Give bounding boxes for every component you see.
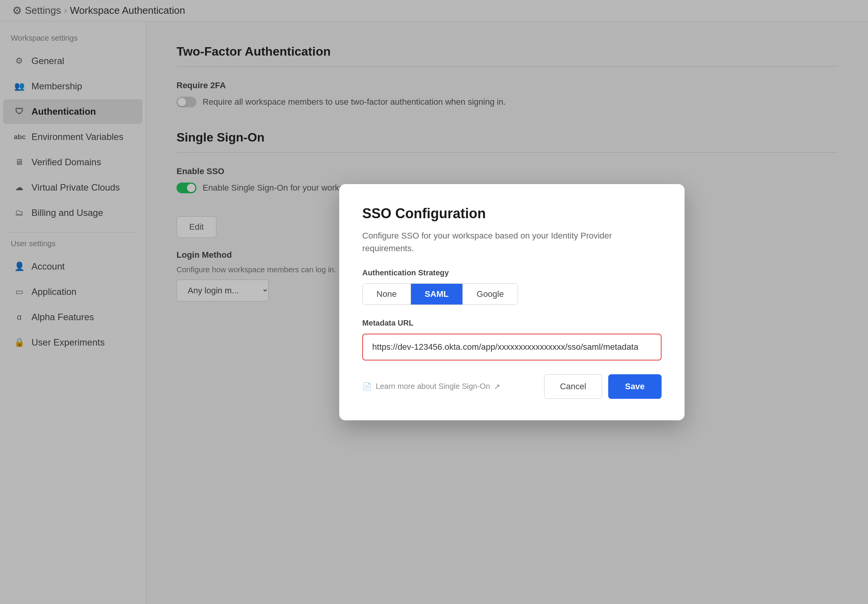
modal-description: Configure SSO for your workspace based o… (362, 229, 662, 255)
cancel-button[interactable]: Cancel (544, 374, 602, 399)
learn-more-link[interactable]: 📄 Learn more about Single Sign-On ↗ (362, 382, 500, 391)
auth-strategy-buttons: None SAML Google (362, 283, 518, 305)
strategy-saml-button[interactable]: SAML (411, 284, 463, 304)
learn-more-doc-icon: 📄 (362, 382, 372, 391)
modal-footer: 📄 Learn more about Single Sign-On ↗ Canc… (362, 374, 662, 399)
metadata-url-input[interactable] (362, 334, 662, 360)
metadata-url-label: Metadata URL (362, 319, 662, 328)
auth-strategy-label: Authentication Strategy (362, 268, 662, 277)
strategy-google-button[interactable]: Google (463, 284, 518, 304)
sso-configuration-modal: SSO Configuration Configure SSO for your… (339, 184, 685, 420)
strategy-none-button[interactable]: None (363, 284, 411, 304)
learn-more-text: Learn more about Single Sign-On (376, 382, 490, 391)
save-button[interactable]: Save (608, 374, 662, 399)
modal-title: SSO Configuration (362, 206, 662, 222)
external-link-icon: ↗ (494, 382, 500, 391)
modal-actions: Cancel Save (544, 374, 662, 399)
